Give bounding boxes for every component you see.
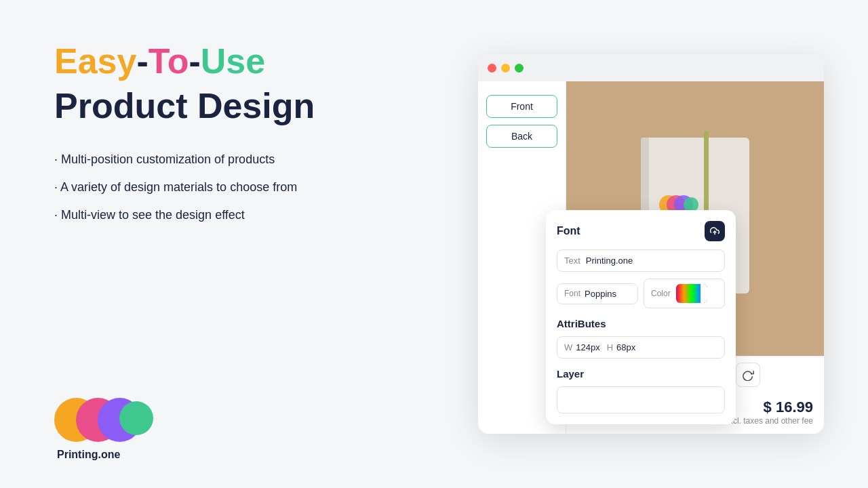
title-easy: Easy — [54, 41, 136, 81]
app-window: Front Back — [478, 54, 824, 434]
color-swatch — [676, 284, 707, 303]
font-panel-title: Font — [557, 225, 580, 237]
layer-box — [557, 386, 725, 413]
font-name: Poppins — [585, 289, 616, 299]
layer-title: Layer — [557, 368, 725, 380]
feature-item-1: Multi-position customization of products — [54, 152, 407, 167]
redo-button[interactable] — [736, 363, 760, 387]
circle-green — [119, 401, 153, 435]
font-color-row: Font Poppins Color — [557, 279, 725, 308]
title-to: To — [149, 41, 189, 81]
hero-subtitle: Product Design — [54, 87, 407, 125]
width-field: W 124px — [564, 342, 600, 352]
font-label: Font — [564, 289, 580, 298]
dot-red[interactable] — [488, 64, 496, 73]
text-value: Printing.one — [586, 256, 633, 266]
window-titlebar — [478, 54, 824, 81]
logo-text: Printing.one — [57, 449, 120, 461]
feature-item-3: Multi-view to see the design effect — [54, 208, 407, 222]
height-field: H 68px — [607, 342, 636, 352]
title-dash2: - — [189, 41, 200, 81]
feature-item-2: A variety of design materials to choose … — [54, 180, 407, 195]
logo-area: Printing.one — [54, 396, 407, 461]
upload-button[interactable] — [705, 221, 725, 241]
attr-row[interactable]: W 124px H 68px — [557, 336, 725, 359]
title-dash1: - — [136, 41, 148, 81]
back-button[interactable]: Back — [486, 125, 557, 148]
dot-yellow[interactable] — [501, 64, 510, 73]
dot-green[interactable] — [515, 64, 524, 73]
font-select[interactable]: Font Poppins — [557, 283, 638, 304]
attributes-title: AttriButes — [557, 318, 725, 329]
text-input-row[interactable]: Text Printing.one — [557, 249, 725, 272]
width-label: W — [564, 342, 572, 352]
panel-header: Font — [557, 221, 725, 241]
color-box[interactable]: Color — [644, 279, 725, 308]
features-list: Multi-position customization of products… — [54, 152, 407, 222]
hero-title: Easy-To-Use — [54, 41, 407, 81]
color-swatch-white — [701, 284, 707, 303]
right-section: Front Back — [448, 0, 868, 488]
text-label: Text — [564, 256, 580, 266]
left-section: Easy-To-Use Product Design Multi-positio… — [0, 0, 448, 488]
font-panel: Font Text Printing.one Font Poppins — [546, 210, 736, 424]
title-use: Use — [201, 41, 265, 81]
logo-circles — [54, 396, 142, 443]
height-value: 68px — [616, 342, 635, 352]
width-value: 124px — [576, 342, 599, 352]
front-button[interactable]: Front — [486, 95, 557, 118]
height-label: H — [607, 342, 613, 352]
color-label: Color — [651, 289, 671, 298]
